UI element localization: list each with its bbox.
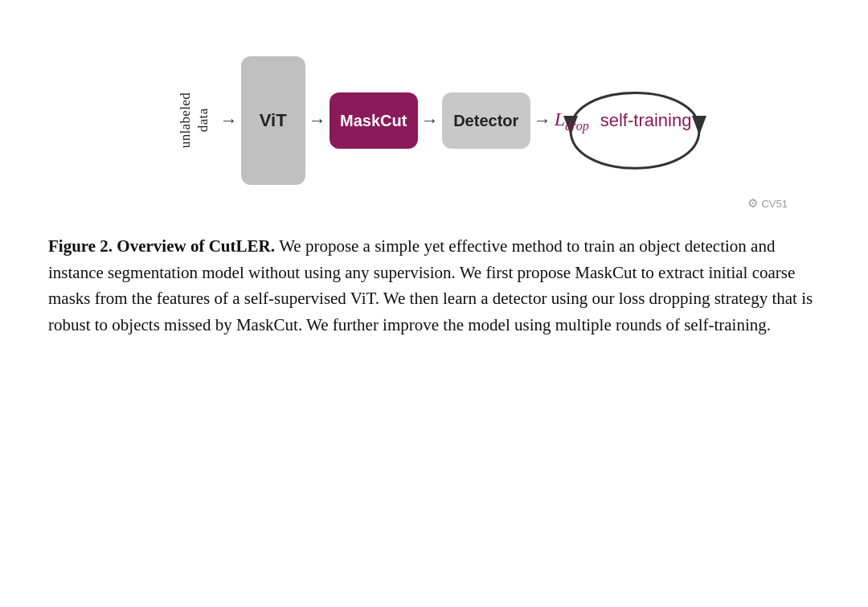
vit-box: ViT	[241, 56, 305, 185]
arrow-3: →	[421, 110, 439, 131]
l-drop-formula: Ldrop	[555, 109, 589, 133]
vit-label: ViT	[260, 110, 287, 131]
page-container: unlabeled data → ViT → MaskCut → Detecto…	[0, 0, 868, 607]
self-training-label: self-training	[600, 110, 692, 131]
drop-subscript: drop	[565, 118, 589, 132]
right-section: Ldrop self-training	[555, 109, 692, 133]
maskcut-label: MaskCut	[340, 112, 407, 130]
diagram: unlabeled data → ViT → MaskCut → Detecto…	[48, 32, 820, 225]
unlabeled-text: unlabeled	[177, 92, 194, 148]
diagram-wrapper: unlabeled data → ViT → MaskCut → Detecto…	[48, 32, 820, 225]
watermark-icon: ⚙	[747, 196, 758, 211]
l-drop-row: Ldrop self-training	[555, 109, 692, 133]
detector-label: Detector	[453, 112, 518, 130]
arrow-1: →	[220, 110, 238, 131]
figure-label: Figure 2. Overview of CutLER.	[48, 236, 279, 256]
arrow-2: →	[309, 110, 326, 131]
data-text: data	[194, 109, 212, 133]
detector-box: Detector	[442, 92, 530, 149]
watermark-label: CV51	[761, 198, 788, 210]
unlabeled-data-label: unlabeled data	[177, 92, 212, 148]
maskcut-box: MaskCut	[330, 92, 418, 149]
watermark: ⚙ CV51	[747, 196, 788, 211]
figure-caption: Figure 2. Overview of CutLER. We propose…	[48, 233, 820, 338]
